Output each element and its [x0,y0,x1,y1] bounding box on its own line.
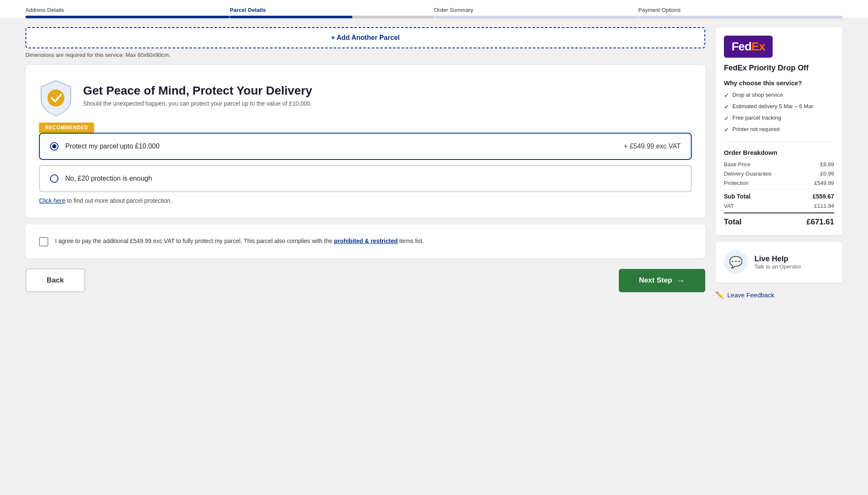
fedex-ex: Ex [751,40,765,53]
check-icon-tracking: ✓ [724,115,729,122]
back-button[interactable]: Back [25,268,85,292]
protection-title: Get Peace of Mind, Protect Your Delivery [83,84,312,98]
prohibited-restricted-link[interactable]: prohibited & restricted [334,238,398,244]
option-protect-label: Protect my parcel upto £10,000 [65,143,617,150]
total-value: £671.61 [807,218,834,227]
live-help-subtitle: Talk to an Operator [754,263,801,270]
feature-drop-text: Drop at shop service [732,92,783,98]
feature-delivery-text: Estimated delivery 5 Mar – 6 Mar [732,103,813,109]
protection-footer-rest: to find out more about parcel protection… [65,197,172,204]
chat-icon: 💬 [729,256,743,269]
vat-label: VAT [724,203,734,209]
option-protect-radio[interactable]: Protect my parcel upto £10,000 + £549.99… [39,133,692,160]
why-heading: Why choose this service? [724,79,834,87]
option-protect-radio-indicator [50,142,58,151]
leave-feedback-label: Leave Feedback [727,291,774,299]
check-icon-drop: ✓ [724,92,729,99]
add-parcel-button[interactable]: + Add Another Parcel [25,27,705,48]
step-payment-label: Payment Options [638,7,843,13]
next-step-arrow-icon: → [676,276,685,285]
step-address-bar [25,16,230,18]
main-layout: + Add Another Parcel Dimensions are requ… [0,19,868,309]
breakdown-base-label: Base Price [724,161,751,168]
option-no-protect-radio[interactable]: No, £20 protection is enough [39,165,692,192]
check-icon-delivery: ✓ [724,103,729,110]
fedex-logo-text: FedEx [732,40,765,53]
protection-subtitle: Should the unexpected happen, you can pr… [83,100,312,107]
subtotal-value: £559.67 [812,193,834,200]
breakdown-protection-value: £549.99 [814,180,834,186]
total-row: Total £671.61 [724,213,834,227]
breakdown-delivery-value: £0.99 [820,171,834,177]
protection-footer: Click here to find out more about parcel… [39,197,692,204]
check-icon-printer: ✓ [724,126,729,133]
pencil-icon: ✏️ [715,291,724,299]
step-address-label: Address Details [25,7,230,13]
breakdown-protection-label: Protection [724,180,749,186]
breakdown-base-value: £8.69 [820,161,834,168]
progress-steps: Address Details Parcel Details Order Sum… [25,7,843,18]
progress-section: Address Details Parcel Details Order Sum… [0,0,868,19]
fedex-logo: FedEx [724,36,773,58]
step-order: Order Summary [434,7,638,18]
live-help-title: Live Help [754,254,801,263]
recommended-badge: RECOMMENDED [39,123,692,133]
agreement-checkbox[interactable] [39,237,48,246]
vat-value: £111.94 [814,203,834,209]
protection-header: Get Peace of Mind, Protect Your Delivery… [39,78,692,112]
step-order-bar [434,16,638,18]
protection-card: Get Peace of Mind, Protect Your Delivery… [25,65,705,218]
subtotal-label: Sub Total [724,193,751,200]
total-label: Total [724,218,742,227]
chat-icon-wrap: 💬 [724,250,748,274]
agreement-text: I agree to pay the additional £549.99 ex… [55,236,424,246]
breakdown-vat: VAT £111.94 [724,203,834,209]
breakdown-subtotal: Sub Total £559.67 [724,189,834,200]
step-order-label: Order Summary [434,7,638,13]
shield-icon [39,78,73,112]
fedex-service-card: FedEx FedEx Priority Drop Off Why choose… [715,27,843,235]
next-step-label: Next Step [639,276,672,285]
option-no-protect-radio-indicator [50,174,58,183]
breakdown-delivery-guarantee: Delivery Guarantee £0.99 [724,171,834,177]
svg-point-0 [47,89,64,106]
step-parcel-label: Parcel Details [230,7,434,13]
step-address: Address Details [25,7,230,18]
feature-tracking-text: Free parcel tracking [732,115,781,121]
leave-feedback-link[interactable]: ✏️ Leave Feedback [715,289,843,301]
fedex-service-name: FedEx Priority Drop Off [724,64,834,73]
dimensions-note: Dimensions are required for this service… [25,52,705,58]
feature-list: ✓ Drop at shop service ✓ Estimated deliv… [724,92,834,133]
breakdown-delivery-label: Delivery Guarantee [724,171,771,177]
feature-printer: ✓ Printer not required [724,126,834,133]
agreement-text-before: I agree to pay the additional £549.99 ex… [55,238,334,244]
live-help-card[interactable]: 💬 Live Help Talk to an Operator [715,242,843,282]
breakdown-protection: Protection £549.99 [724,180,834,186]
breakdown-base-price: Base Price £8.69 [724,161,834,168]
nav-buttons: Back Next Step → [25,268,705,292]
agreement-text-after: items list. [398,238,424,244]
step-payment-bar [638,16,843,18]
live-help-text: Live Help Talk to an Operator [754,254,801,270]
next-step-button[interactable]: Next Step → [619,269,705,292]
click-here-link[interactable]: Click here [39,197,65,204]
agreement-card: I agree to pay the additional £549.99 ex… [25,224,705,258]
option-no-protect-label: No, £20 protection is enough [65,175,681,182]
sidebar: FedEx FedEx Priority Drop Off Why choose… [715,27,843,301]
feature-delivery: ✓ Estimated delivery 5 Mar – 6 Mar [724,103,834,110]
content-area: + Add Another Parcel Dimensions are requ… [25,27,705,292]
feature-tracking: ✓ Free parcel tracking [724,115,834,122]
option-protect-price: + £549.99 exc VAT [624,143,681,150]
order-breakdown-heading: Order Breakdown [724,142,834,156]
step-parcel: Parcel Details [230,7,434,18]
feature-drop: ✓ Drop at shop service [724,92,834,99]
protection-text: Get Peace of Mind, Protect Your Delivery… [83,84,312,107]
step-parcel-bar [230,16,434,18]
step-payment: Payment Options [638,7,843,18]
feature-printer-text: Printer not required [732,126,779,132]
